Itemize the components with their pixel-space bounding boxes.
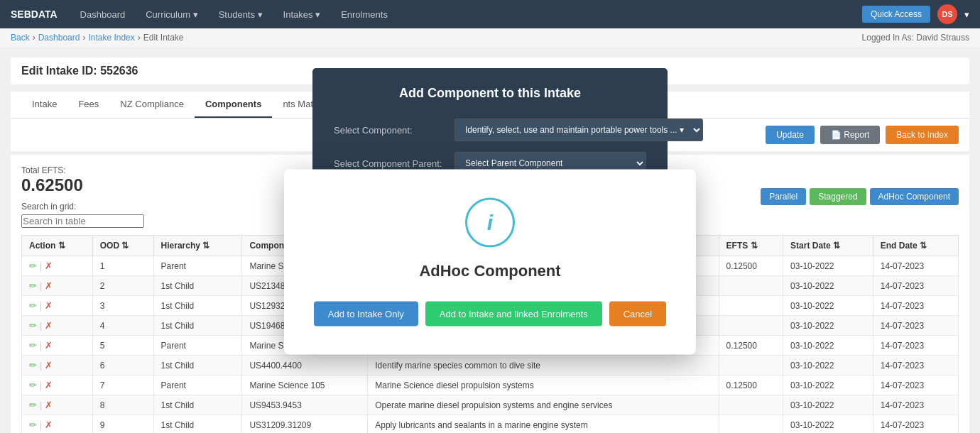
page-content: Edit Intake ID: 552636 Intake Fees NZ Co… bbox=[0, 47, 980, 433]
navbar-brand: SEBDATA bbox=[11, 9, 58, 20]
adhoc-button[interactable]: AdHoc Component bbox=[870, 188, 959, 205]
breadcrumb-intake-index[interactable]: Intake Index bbox=[88, 33, 134, 43]
cell-efts bbox=[719, 296, 783, 316]
cell-action: ✏ | ✗ bbox=[22, 296, 93, 316]
search-input[interactable] bbox=[21, 214, 144, 228]
delete-icon[interactable]: ✗ bbox=[45, 320, 53, 331]
cell-hierarchy: 1st Child bbox=[153, 316, 242, 336]
delete-icon[interactable]: ✗ bbox=[45, 420, 53, 430]
col-hierarchy: Hierarchy ⇅ bbox=[153, 236, 242, 256]
search-grid-container: Search in grid: bbox=[21, 201, 144, 228]
staggered-button[interactable]: Staggered bbox=[810, 188, 866, 205]
cell-end-date: 14-07-2023 bbox=[873, 395, 958, 415]
tab-components[interactable]: Components bbox=[195, 92, 272, 118]
add-component-title: Add Component to this Intake bbox=[334, 86, 646, 101]
report-icon: 📄 bbox=[831, 130, 844, 140]
delete-icon[interactable]: ✗ bbox=[45, 300, 53, 311]
edit-icon[interactable]: ✏ bbox=[29, 320, 37, 331]
edit-icon[interactable]: ✏ bbox=[29, 280, 37, 291]
cell-action: ✏ | ✗ bbox=[22, 276, 93, 296]
tab-fees[interactable]: Fees bbox=[67, 92, 109, 118]
cell-component: US31209.31209 bbox=[242, 415, 368, 434]
delete-icon[interactable]: ✗ bbox=[45, 400, 53, 410]
edit-icon[interactable]: ✏ bbox=[29, 261, 37, 271]
cell-hierarchy: 1st Child bbox=[153, 296, 242, 316]
breadcrumb-edit-intake: Edit Intake bbox=[143, 33, 184, 43]
edit-icon[interactable]: ✏ bbox=[29, 360, 37, 371]
select-component-label: Select Component: bbox=[334, 125, 447, 136]
delete-icon[interactable]: ✗ bbox=[45, 380, 53, 390]
navbar: SEBDATA Dashboard Curriculum ▾ Students … bbox=[0, 0, 980, 28]
nav-right: Quick Access DS ▾ bbox=[862, 4, 969, 24]
total-efts-value: 0.62500 bbox=[21, 175, 144, 195]
cell-end-date: 14-07-2023 bbox=[873, 296, 958, 316]
tab-intake[interactable]: Intake bbox=[21, 92, 67, 118]
cell-component: US9453.9453 bbox=[242, 395, 368, 415]
search-grid-label: Search in grid: bbox=[21, 202, 76, 212]
cell-start-date: 03-10-2022 bbox=[783, 376, 873, 395]
cell-efts bbox=[719, 356, 783, 376]
table-row: ✏ | ✗ 8 1st Child US9453.9453 Operate ma… bbox=[22, 395, 959, 415]
adhoc-modal-title: AdHoc Component bbox=[305, 261, 675, 280]
cell-ood: 7 bbox=[92, 376, 153, 395]
update-button[interactable]: Update bbox=[766, 126, 815, 144]
nav-curriculum[interactable]: Curriculum ▾ bbox=[137, 0, 206, 28]
breadcrumb-back[interactable]: Back bbox=[11, 33, 30, 43]
select-component-dropdown[interactable]: Identify, select, use and maintain porta… bbox=[454, 119, 703, 141]
back-to-index-button[interactable]: Back to Index bbox=[886, 126, 959, 144]
delete-icon[interactable]: ✗ bbox=[45, 360, 53, 371]
cell-action: ✏ | ✗ bbox=[22, 376, 93, 395]
cell-hierarchy: Parent bbox=[153, 336, 242, 356]
cell-ood: 3 bbox=[92, 296, 153, 316]
cell-hierarchy: Parent bbox=[153, 376, 242, 395]
cell-start-date: 03-10-2022 bbox=[783, 296, 873, 316]
nav-enrolments[interactable]: Enrolments bbox=[332, 0, 396, 28]
type-buttons: Parallel Staggered AdHoc Component bbox=[761, 188, 959, 205]
cancel-adhoc-button[interactable]: Cancel bbox=[609, 301, 666, 326]
add-to-intake-only-button[interactable]: Add to Intake Only bbox=[314, 301, 418, 326]
cell-action: ✏ | ✗ bbox=[22, 415, 93, 434]
cell-end-date: 14-07-2023 bbox=[873, 356, 958, 376]
cell-ood: 1 bbox=[92, 256, 153, 276]
nav-intakes[interactable]: Intakes ▾ bbox=[275, 0, 330, 28]
nav-dropdown-arrow[interactable]: ▾ bbox=[964, 9, 969, 20]
total-efts-label: Total EFTS: bbox=[21, 165, 144, 175]
delete-icon[interactable]: ✗ bbox=[45, 280, 53, 291]
add-to-intake-linked-button[interactable]: Add to Intake and linked Enrolments bbox=[425, 301, 602, 326]
cell-hierarchy: 1st Child bbox=[153, 356, 242, 376]
user-avatar[interactable]: DS bbox=[937, 4, 957, 24]
cell-ood: 5 bbox=[92, 336, 153, 356]
parallel-button[interactable]: Parallel bbox=[761, 188, 806, 205]
cell-end-date: 14-07-2023 bbox=[873, 276, 958, 296]
col-start-date: Start Date ⇅ bbox=[783, 236, 873, 256]
table-row: ✏ | ✗ 7 Parent Marine Science 105 Marine… bbox=[22, 376, 959, 395]
cell-action: ✏ | ✗ bbox=[22, 395, 93, 415]
cell-ood: 8 bbox=[92, 395, 153, 415]
quick-access-button[interactable]: Quick Access bbox=[862, 6, 930, 23]
edit-icon[interactable]: ✏ bbox=[29, 380, 37, 390]
delete-icon[interactable]: ✗ bbox=[45, 261, 53, 271]
report-button[interactable]: 📄 Report bbox=[820, 126, 880, 144]
edit-icon[interactable]: ✏ bbox=[29, 340, 37, 351]
cell-ood: 6 bbox=[92, 356, 153, 376]
edit-icon[interactable]: ✏ bbox=[29, 420, 37, 430]
cell-efts: 0.12500 bbox=[719, 256, 783, 276]
tab-nz-compliance[interactable]: NZ Compliance bbox=[109, 92, 195, 118]
table-row: ✏ | ✗ 9 1st Child US31209.31209 Apply lu… bbox=[22, 415, 959, 434]
adhoc-info-icon: i bbox=[465, 197, 515, 247]
nav-students[interactable]: Students ▾ bbox=[210, 0, 271, 28]
edit-icon[interactable]: ✏ bbox=[29, 400, 37, 410]
edit-icon[interactable]: ✏ bbox=[29, 300, 37, 311]
select-component-row: Select Component: Identify, select, use … bbox=[334, 119, 646, 141]
cell-hierarchy: 1st Child bbox=[153, 276, 242, 296]
nav-dashboard[interactable]: Dashboard bbox=[72, 0, 134, 28]
cell-efts: 0.12500 bbox=[719, 336, 783, 356]
cell-desc: Operate marine diesel propulsion systems… bbox=[368, 395, 719, 415]
logged-in-label: Logged In As: David Strauss bbox=[862, 33, 969, 43]
cell-end-date: 14-07-2023 bbox=[873, 415, 958, 434]
breadcrumb-sep2: › bbox=[138, 33, 141, 43]
breadcrumb-dashboard[interactable]: Dashboard bbox=[38, 33, 80, 43]
cell-efts bbox=[719, 415, 783, 434]
delete-icon[interactable]: ✗ bbox=[45, 340, 53, 351]
cell-ood: 9 bbox=[92, 415, 153, 434]
